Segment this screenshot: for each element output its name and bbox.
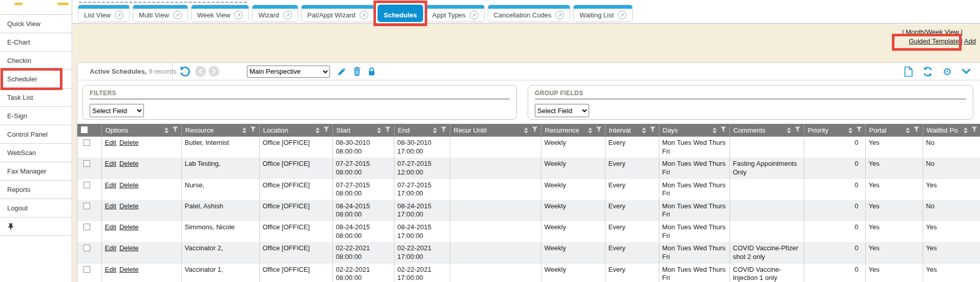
sidebar-item-fax-manager[interactable]: Fax Manager — [0, 162, 72, 181]
sort-icon[interactable] — [242, 127, 246, 134]
tab-multi-view[interactable]: Multi View↗ — [133, 5, 188, 22]
filter-funnel-icon[interactable] — [795, 126, 801, 134]
row-checkbox[interactable] — [84, 245, 90, 251]
delete-link[interactable]: Delete — [119, 181, 139, 189]
sidebar-item-scheduler[interactable]: Scheduler — [0, 70, 72, 89]
edit-link[interactable]: Edit — [105, 160, 116, 167]
filter-funnel-icon[interactable] — [720, 126, 726, 134]
sort-icon[interactable] — [433, 127, 437, 134]
column-header-start: Start — [332, 124, 394, 137]
sidebar-item-quick-view[interactable]: Quick View — [0, 15, 72, 33]
delete-link[interactable]: Delete — [119, 202, 139, 210]
sort-icon[interactable] — [906, 127, 910, 134]
tab-wizard[interactable]: Wizard↗ — [252, 5, 298, 22]
sort-icon[interactable] — [713, 127, 717, 134]
tab-cancellation-codes[interactable]: Cancellation Codes↗ — [488, 5, 571, 22]
tab-waiting-list[interactable]: Waiting List↗ — [573, 5, 633, 22]
sidebar-item-checkin[interactable]: Checkin — [0, 52, 72, 70]
tab-appt-types[interactable]: Appt Types↗ — [426, 5, 485, 22]
tab-schedules[interactable]: Schedules — [378, 5, 423, 22]
new-document-icon[interactable] — [904, 67, 913, 77]
filter-funnel-icon[interactable] — [441, 126, 447, 134]
filter-row: FILTERS Select Field GROUP FIELDS Select… — [77, 80, 980, 124]
sort-icon[interactable] — [316, 127, 320, 134]
row-checkbox[interactable] — [84, 139, 90, 146]
edit-link[interactable]: Edit — [105, 202, 116, 210]
lock-icon[interactable] — [367, 67, 376, 76]
filter-funnel-icon[interactable] — [172, 126, 178, 134]
cell-comments — [729, 221, 804, 242]
sidebar-item-label: Quick View — [7, 20, 40, 28]
open-new-window-icon[interactable]: ↗ — [234, 11, 243, 19]
sort-icon[interactable] — [524, 127, 528, 134]
filter-funnel-icon[interactable] — [250, 126, 256, 134]
tab-list-view[interactable]: List View↗ — [78, 5, 130, 22]
sort-icon[interactable] — [377, 127, 381, 134]
open-new-window-icon[interactable]: ↗ — [555, 11, 564, 19]
sidebar-item-task-list[interactable]: Task List — [0, 89, 72, 107]
edit-link[interactable]: Edit — [105, 181, 116, 189]
delete-link[interactable]: Delete — [119, 223, 139, 231]
filter-funnel-icon[interactable] — [971, 126, 977, 134]
chevron-down-icon[interactable] — [962, 68, 971, 75]
filters-field-select[interactable]: Select Field — [90, 104, 144, 117]
undo-icon[interactable] — [179, 66, 191, 77]
open-new-window-icon[interactable]: ↗ — [618, 11, 627, 19]
sidebar-item-e-chart[interactable]: E-Chart — [0, 33, 72, 52]
filter-funnel-icon[interactable] — [913, 126, 920, 134]
sidebar-pin-button[interactable] — [0, 218, 72, 236]
group-fields-select[interactable]: Select Field — [535, 104, 589, 117]
delete-link[interactable]: Delete — [119, 160, 139, 167]
cell-recurrence: Weekly — [541, 200, 605, 221]
sidebar-item-e-sign[interactable]: E-Sign — [0, 107, 72, 125]
open-new-window-icon[interactable]: ↗ — [470, 11, 478, 19]
cell-resource: Simmons, Nicole — [181, 221, 259, 242]
guided-template-link[interactable]: Guided Template — [909, 37, 959, 45]
sort-icon[interactable] — [642, 127, 646, 134]
filter-funnel-icon[interactable] — [856, 126, 862, 134]
sidebar-item-reports[interactable]: Reports — [0, 181, 72, 199]
row-checkbox[interactable] — [84, 160, 90, 167]
next-icon[interactable] — [208, 66, 219, 77]
sort-icon[interactable] — [848, 127, 852, 134]
column-label: Days — [663, 126, 678, 134]
perspective-select[interactable]: Main Perspective — [247, 66, 330, 78]
tab-week-view[interactable]: Week View↗ — [191, 5, 249, 22]
month-week-view-link[interactable]: | Month/Week View | — [902, 28, 963, 36]
delete-link[interactable]: Delete — [119, 244, 139, 252]
sidebar-item-control-panel[interactable]: Control Panel — [0, 125, 72, 144]
sort-icon[interactable] — [588, 127, 592, 134]
sort-icon[interactable] — [787, 127, 791, 134]
edit-link[interactable]: Edit — [105, 266, 116, 273]
open-new-window-icon[interactable]: ↗ — [283, 11, 292, 19]
sort-icon[interactable] — [164, 127, 169, 134]
tab-pat-appt-wizard[interactable]: Pat/Appt Wizard↗ — [301, 5, 374, 22]
sort-icon[interactable] — [964, 127, 968, 134]
sidebar-item-logout[interactable]: Logout — [0, 199, 72, 218]
filter-funnel-icon[interactable] — [596, 126, 602, 134]
gear-icon[interactable]: ⚙ — [943, 67, 952, 77]
filter-funnel-icon[interactable] — [650, 126, 656, 134]
add-link[interactable]: Add — [964, 37, 976, 45]
filter-funnel-icon[interactable] — [532, 126, 538, 134]
edit-link[interactable]: Edit — [105, 223, 116, 231]
pencil-icon[interactable] — [337, 67, 347, 76]
select-all-checkbox[interactable] — [81, 126, 88, 133]
edit-link[interactable]: Edit — [105, 244, 116, 252]
delete-link[interactable]: Delete — [119, 139, 139, 146]
refresh-icon[interactable] — [923, 67, 933, 77]
sidebar-item-webscan[interactable]: WebScan — [0, 144, 72, 162]
open-new-window-icon[interactable]: ↗ — [173, 11, 182, 19]
trash-icon[interactable] — [352, 67, 362, 76]
open-new-window-icon[interactable]: ↗ — [115, 11, 123, 19]
row-checkbox[interactable] — [84, 224, 90, 230]
delete-link[interactable]: Delete — [119, 266, 139, 273]
open-new-window-icon[interactable]: ↗ — [360, 11, 368, 19]
row-checkbox[interactable] — [84, 182, 90, 188]
filter-funnel-icon[interactable] — [385, 126, 391, 134]
prev-icon[interactable] — [195, 66, 206, 77]
row-checkbox[interactable] — [84, 203, 90, 209]
row-checkbox[interactable] — [84, 266, 90, 273]
filter-funnel-icon[interactable] — [323, 126, 329, 134]
edit-link[interactable]: Edit — [105, 139, 116, 146]
